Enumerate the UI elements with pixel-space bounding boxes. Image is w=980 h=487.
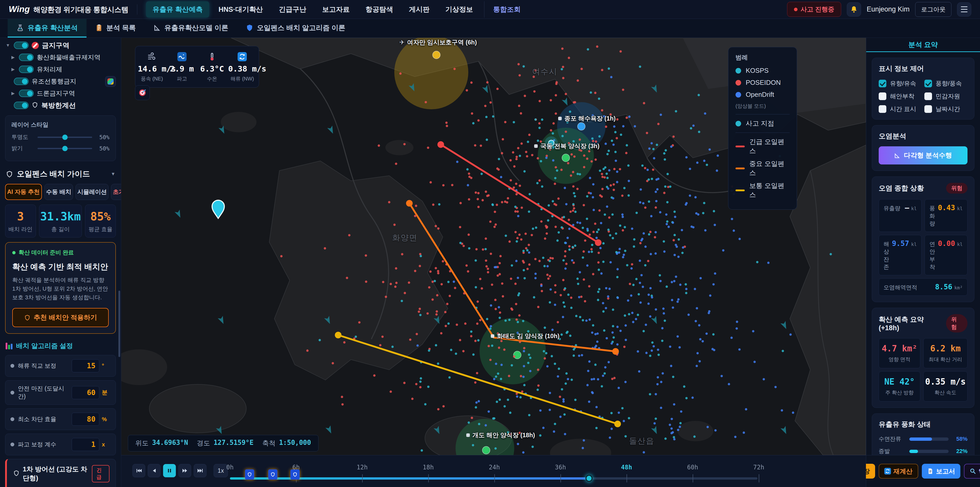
pollution-value: 8.56 [935,283,952,291]
mode-button-2[interactable]: 시뮬레이션 [76,184,108,200]
toggle-knob [27,55,33,60]
timeline-track[interactable] [230,477,757,480]
checkbox-checked-icon[interactable] [879,80,886,87]
stat-label: 평균 효율 [86,225,115,233]
nav-item-1[interactable]: HNS·대기확산 [212,1,269,18]
subtab-2[interactable]: 유출유확산모델 이론 [145,19,237,38]
slider-thumb[interactable] [62,134,68,140]
chevron-right-icon[interactable]: ▶ [10,91,16,96]
checkbox-label: 풍향/풍속 [935,80,962,88]
forecast-label: 최대 확산 거리 [925,356,966,363]
area-label-1: 화양면 [392,232,417,243]
nav-item-7[interactable]: 통합조회 [484,1,527,18]
setting-input[interactable]: 80 [72,413,99,426]
nav-item-2[interactable]: 긴급구난 [272,1,313,18]
chevron-right-icon[interactable]: ▶ [10,67,16,72]
forecast-cell-0: 4.7 km²영향 면적 [879,338,920,368]
checkbox-1[interactable]: 풍향/풍속 [924,80,967,88]
setting-unit: % [102,416,110,423]
layer-toggle-4[interactable] [19,89,34,97]
pollution-row-1: 풍화량0.43kl [924,199,967,232]
checkbox-icon[interactable] [924,105,932,113]
recommendation-description: 확산 궤적을 분석하여 해류 직교 방향 1차 방어선, U형 포위 2차 방어… [12,276,109,302]
checkbox-icon[interactable] [879,93,886,100]
layer-style-picker-button[interactable] [105,76,116,87]
checkbox-2[interactable]: 해안부착 [879,92,922,101]
nav-item-5[interactable]: 게시판 [402,1,436,18]
checkbox-4[interactable]: 시간 표시 [879,105,922,113]
report-button[interactable]: 보고서 [922,464,960,479]
defense-line-card-0[interactable]: 1차 방어선 (고강도 차단형)긴급길이각도8043m303°차단 효율 92% [5,459,116,487]
sidebar-scrollbar[interactable] [118,291,120,357]
mode-button-3[interactable]: 초기화 [111,184,121,200]
slider-value: 50% [96,145,110,152]
playback-speed-button[interactable]: 1x [213,464,228,477]
slider-track[interactable] [38,137,92,138]
timeline-tick-60h: 60h [687,464,698,471]
layer-list: ▼금지구역▶황산화물배출규제지역▶유처리제유조선통행금지▶드론금지구역북방한계선 [0,39,121,111]
pause-button[interactable] [163,464,176,477]
logout-button[interactable]: 로그아웃 [915,2,951,17]
setting-input[interactable]: 1 [72,438,99,451]
subtab-3[interactable]: 오일펜스 배치 알고리즘 이론 [237,19,354,38]
slider-track[interactable] [38,148,92,149]
apply-recommendation-button[interactable]: 추천 배치안 적용하기 [12,308,109,327]
checkbox-icon[interactable] [924,93,932,100]
checkbox-checked-icon[interactable] [924,80,932,87]
layer-toggle-1[interactable] [19,54,34,61]
slider-thumb[interactable] [62,146,68,151]
timeline-tick-36h: 36h [555,464,566,471]
checkbox-5[interactable]: 날짜시간 [924,105,967,113]
layer-toggle-0[interactable] [14,42,29,49]
tab-analysis-summary[interactable]: 분석 요약 [866,38,980,52]
subtab-0[interactable]: 유출유 확산분석 [8,19,86,38]
skip-end-button[interactable] [194,464,207,477]
toggle-knob [22,103,27,108]
timeline-thumb[interactable] [585,475,593,482]
notification-bell-button[interactable] [847,2,861,17]
nav-item-4[interactable]: 항공탐색 [359,1,400,18]
fence-deploy-marker-1[interactable] [268,469,277,480]
skip-start-button[interactable] [132,464,145,477]
fence-deploy-marker-2[interactable] [290,469,300,480]
chevron-right-icon[interactable]: ▶ [10,55,16,60]
nav-item-3[interactable]: 보고자료 [315,1,356,18]
nav-item-0[interactable]: 유출유 확산예측 [146,1,210,18]
mode-button-1[interactable]: 수동 배치 [45,184,73,200]
layer-row-5: 북방한계선 [0,99,121,111]
layer-toggle-2[interactable] [19,65,34,73]
fence-guide-header[interactable]: 오일펜스 배치 가이드 ▼ [6,169,115,179]
skip-start-icon [136,468,142,474]
data-ready-status: 확산 데이터 준비 완료 [12,249,109,256]
skip-end-icon [197,468,203,474]
temp-icon [198,51,226,62]
layer-toggle-3[interactable] [14,78,29,85]
recalculate-button[interactable]: 재계산 [879,464,918,479]
checkbox-0[interactable]: 유향/유속 [879,80,922,88]
polygon-analysis-button[interactable]: 다각형 분석수행 [879,146,967,164]
algo-setting-2: 최소 차단 효율80% [5,408,116,430]
fence-deploy-marker-0[interactable] [245,469,254,480]
pollution-unit: kl [911,206,917,211]
legend-note: (앙상블 모드) [735,103,790,110]
backtrack-button[interactable]: 역추적 [964,464,980,479]
map-canvas[interactable]: 여수시화양면돌산읍✈여자만 임시보호구역 (6h)종포 해수욕장 (1h)국동 … [121,38,866,455]
locate-incident-button[interactable] [135,85,150,100]
checkbox-icon[interactable] [879,105,886,113]
step-back-button[interactable] [148,464,161,477]
mode-button-0[interactable]: AI 자동 추천 [5,184,42,200]
subtab-1[interactable]: 분석 목록 [86,19,145,38]
legend-label: POSEIDON [746,79,781,86]
checkbox-3[interactable]: 민감자원 [924,92,967,101]
display-control-title: 표시 정보 제어 [879,64,924,73]
fast-forward-button[interactable] [178,464,191,477]
legend-label: 긴급 오일펜스 [749,137,790,155]
setting-input[interactable]: 15 [72,359,99,372]
nav-item-6[interactable]: 기상정보 [439,1,479,18]
setting-input[interactable]: 60 [72,386,99,399]
chevron-down-icon[interactable]: ▼ [5,43,11,48]
layer-toggle-5[interactable] [14,102,29,109]
menu-button[interactable] [957,2,971,17]
slider-label: 투명도 [11,133,33,141]
timeline-tick-24h: 24h [489,464,500,471]
